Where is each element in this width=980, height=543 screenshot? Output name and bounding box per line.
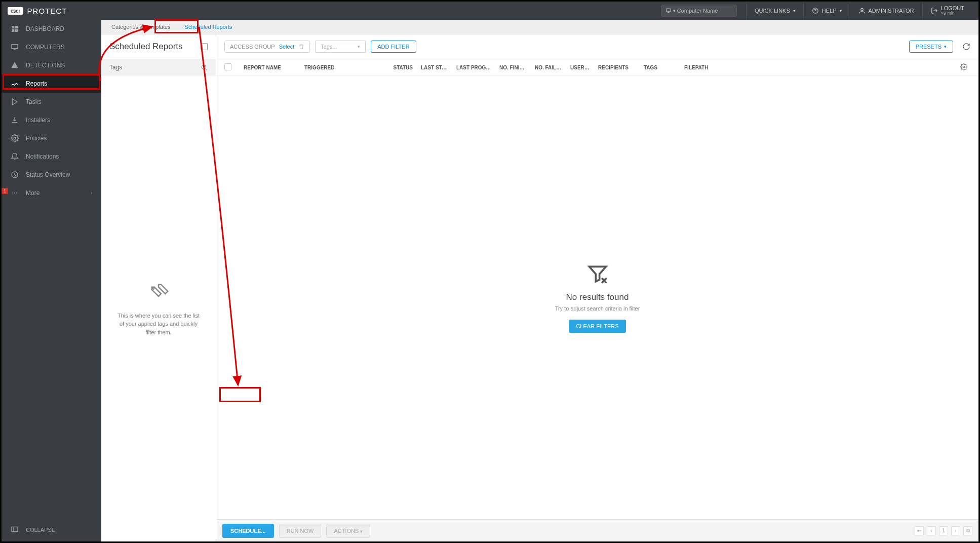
svg-point-12 xyxy=(153,288,154,289)
installers-icon xyxy=(11,116,19,124)
select-all-checkbox[interactable] xyxy=(224,63,231,70)
clear-filters-button[interactable]: CLEAR FILTERS xyxy=(569,320,625,333)
app-header: eser PROTECT ▾ QUICK LINKS▾ HELP▾ ADMINI… xyxy=(2,2,978,20)
monitor-icon xyxy=(665,7,672,14)
policies-icon xyxy=(11,134,19,142)
dashboard-icon xyxy=(11,25,19,33)
help-menu[interactable]: HELP▾ xyxy=(803,2,850,20)
left-panel: Scheduled Reports Tags This is where you… xyxy=(101,34,216,541)
sidebar-item-label: Status Overview xyxy=(26,171,70,178)
tab-categories[interactable]: Categories & Templates xyxy=(104,20,178,34)
sidebar-item-label: COMPUTERS xyxy=(26,44,65,51)
presets-button[interactable]: PRESETS ▾ xyxy=(909,41,953,53)
sidebar-item-computers[interactable]: COMPUTERS xyxy=(2,38,101,56)
user-icon xyxy=(858,7,866,14)
computer-search[interactable]: ▾ xyxy=(661,5,737,17)
computer-search-input[interactable] xyxy=(677,8,732,14)
svg-point-11 xyxy=(202,65,206,69)
sidebar-item-installers[interactable]: Installers xyxy=(2,111,101,129)
sidebar-item-notifications[interactable]: Notifications xyxy=(2,147,101,166)
quick-links-menu[interactable]: QUICK LINKS▾ xyxy=(746,2,803,20)
tab-scheduled-reports[interactable]: Scheduled Reports xyxy=(178,20,240,34)
empty-subtitle: Try to adjust search criteria in filter xyxy=(555,305,640,312)
computers-icon xyxy=(11,43,19,51)
filter-bar: ACCESS GROUP Select Tags... ▾ ADD FILTER… xyxy=(216,34,978,59)
svg-point-2 xyxy=(860,8,863,11)
column-username[interactable]: USERNA xyxy=(566,65,594,70)
column-no-finished[interactable]: NO. FINISHED xyxy=(495,65,531,70)
column-settings-button[interactable] xyxy=(960,63,970,71)
sidebar-item-policies[interactable]: Policies xyxy=(2,129,101,147)
logout-icon xyxy=(931,7,938,14)
tags-filter-dropdown[interactable]: Tags... ▾ xyxy=(315,41,366,53)
footer-bar: SCHEDULE... RUN NOW ACTIONS ⇤ ‹ 1 › ⚙ xyxy=(216,519,978,541)
filter-empty-icon xyxy=(586,263,609,285)
admin-menu[interactable]: ADMINISTRATOR xyxy=(850,2,922,20)
column-tags[interactable]: TAGS xyxy=(640,65,680,70)
column-report-name[interactable]: REPORT NAME xyxy=(240,65,300,70)
svg-point-13 xyxy=(963,66,965,68)
sidebar-item-detections[interactable]: DETECTIONS xyxy=(2,56,101,74)
chevron-down-icon: ▾ xyxy=(944,44,947,49)
tags-section-header: Tags xyxy=(101,59,216,76)
access-group-filter[interactable]: ACCESS GROUP Select xyxy=(224,41,310,53)
column-no-failed[interactable]: NO. FAILED xyxy=(531,65,566,70)
column-triggered[interactable]: TRIGGERED xyxy=(300,65,371,70)
page-settings-button[interactable]: ⚙ xyxy=(963,526,972,535)
logout-button[interactable]: LOGOUT >9 min xyxy=(922,2,972,20)
column-last-status[interactable]: LAST STATUS xyxy=(417,65,452,70)
brand: eser PROTECT xyxy=(8,7,67,15)
column-status[interactable]: STATUS xyxy=(371,65,417,70)
page-prev-button[interactable]: ‹ xyxy=(927,526,936,535)
sidebar-item-status-overview[interactable]: Status Overview xyxy=(2,166,101,184)
collapse-sidebar-button[interactable]: COLLAPSE xyxy=(2,518,101,541)
chevron-down-icon: ▾ xyxy=(358,44,360,49)
svg-point-8 xyxy=(14,137,16,139)
trash-icon[interactable] xyxy=(298,44,304,50)
brand-name: PROTECT xyxy=(27,7,67,15)
column-recipients[interactable]: RECIPIENTS xyxy=(594,65,640,70)
more-icon: ⋯ xyxy=(11,189,19,197)
page-title: Scheduled Reports xyxy=(109,42,183,52)
detections-icon xyxy=(11,61,19,69)
sidebar-item-label: Reports xyxy=(26,80,47,87)
sidebar-item-dashboard[interactable]: DASHBOARD xyxy=(2,20,101,38)
schedule-button[interactable]: SCHEDULE... xyxy=(222,524,274,538)
tags-label: Tags xyxy=(109,64,122,71)
brand-logo: eser xyxy=(8,7,23,15)
page-next-button[interactable]: › xyxy=(951,526,960,535)
access-group-select-link[interactable]: Select xyxy=(279,44,295,50)
page-first-button[interactable]: ⇤ xyxy=(915,526,924,535)
pagination: ⇤ ‹ 1 › ⚙ xyxy=(915,526,972,535)
chevron-down-icon: ▾ xyxy=(793,9,795,13)
chevron-right-icon: › xyxy=(91,190,92,196)
tags-icon xyxy=(148,281,169,301)
search-icon[interactable] xyxy=(201,64,208,71)
column-last-progress[interactable]: LAST PROGRESS D xyxy=(452,65,495,70)
run-now-button[interactable]: RUN NOW xyxy=(279,524,322,538)
tab-bar: Categories & Templates Scheduled Reports xyxy=(101,20,978,34)
sidebar-item-reports[interactable]: Reports xyxy=(2,74,101,93)
sidebar-item-tasks[interactable]: Tasks xyxy=(2,93,101,111)
add-filter-button[interactable]: ADD FILTER xyxy=(371,41,416,53)
sidebar-item-label: DASHBOARD xyxy=(26,25,64,32)
help-icon xyxy=(812,7,819,14)
empty-title: No results found xyxy=(566,292,629,302)
actions-dropdown[interactable]: ACTIONS xyxy=(326,524,370,538)
refresh-icon[interactable] xyxy=(962,43,970,51)
more-badge: 1 xyxy=(2,188,8,194)
column-filepath[interactable]: FILEPATH xyxy=(680,65,726,70)
collapse-panel-button[interactable] xyxy=(201,43,208,50)
sidebar-item-label: Notifications xyxy=(26,153,59,160)
svg-rect-6 xyxy=(15,29,18,32)
sidebar-item-more[interactable]: 1 ⋯ More › xyxy=(2,184,101,202)
main-panel: ACCESS GROUP Select Tags... ▾ ADD FILTER… xyxy=(216,34,978,541)
tasks-icon xyxy=(11,98,19,106)
reports-icon xyxy=(11,80,19,88)
tags-empty-text: This is where you can see the list of yo… xyxy=(114,312,203,337)
empty-results-state: No results found Try to adjust search cr… xyxy=(216,76,978,519)
svg-rect-0 xyxy=(667,9,671,12)
page-number: 1 xyxy=(939,526,948,535)
svg-rect-7 xyxy=(12,45,18,49)
tags-empty-state: This is where you can see the list of yo… xyxy=(101,76,216,541)
